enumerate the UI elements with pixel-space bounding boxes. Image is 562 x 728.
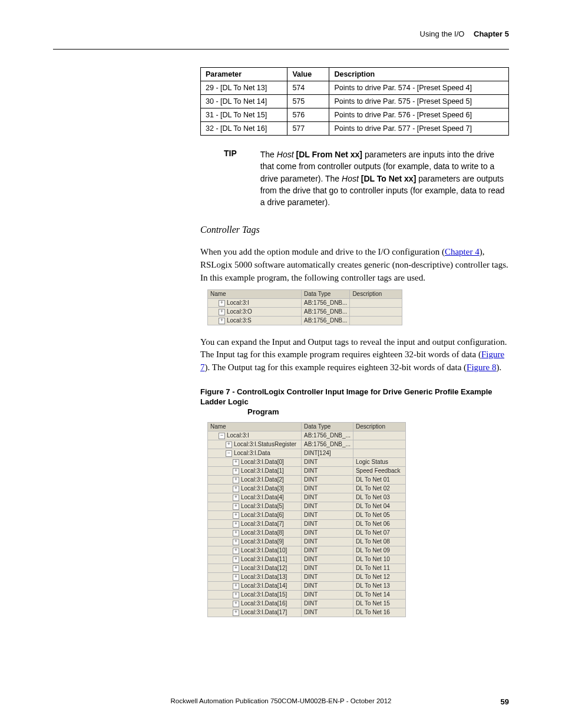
description-cell: DL To Net 14 [353,590,405,599]
description-cell [353,431,405,440]
expand-icon[interactable]: + [219,309,225,315]
data-type-cell: AB:1756_DNB... [302,316,350,325]
name-cell: +Local:3:I.Data[11] [208,555,302,564]
expand-icon[interactable]: + [233,601,239,607]
name-cell: +Local:3:I.Data[0] [208,457,302,466]
description-cell: DL To Net 02 [353,484,405,493]
expand-icon[interactable]: + [233,503,239,510]
description-cell [350,307,402,316]
expand-icon[interactable]: + [233,574,239,581]
expand-icon[interactable]: + [233,495,239,501]
name-cell: +Local:3:O [208,307,302,316]
data-type-cell: DINT [302,564,353,572]
tip-block: TIP The Host [DL From Net xx] parameters… [224,149,509,208]
name-cell: +Local:3:I.Data[8] [208,528,302,537]
tags-h2: Description [350,289,402,298]
table-row: −Local:3:I.DataDINT[124] [208,449,406,457]
table-row: +Local:3:SAB:1756_DNB... [208,316,402,325]
figure7-caption: Figure 7 - ControlLogix Controller Input… [200,387,509,417]
name-cell: +Local:3:I.Data[3] [208,484,302,493]
description-cell: DL To Net 13 [353,581,405,590]
table-row: +Local:3:I.Data[1]DINTSpeed Feedback [208,466,406,475]
tag-name: Local:3:I.Data[13] [241,574,287,580]
tag-name: Local:3:I.Data[6] [241,512,284,518]
table-row: +Local:3:OAB:1756_DNB... [208,307,402,316]
expand-icon[interactable]: + [233,486,239,492]
cell: 31 - [DL To Net 15] [201,108,287,122]
data-type-cell: DINT [302,581,353,590]
table-row: +Local:3:I.Data[2]DINTDL To Net 01 [208,475,406,484]
name-cell: +Local:3:I.Data[17] [208,608,302,617]
paramtable-h0: Parameter [201,68,287,81]
cell: 574 [287,81,329,95]
expand-icon[interactable]: + [233,477,239,483]
tag-name: Local:3:I.Data[15] [241,591,287,598]
description-cell [353,449,405,457]
expand-icon[interactable]: + [219,300,225,307]
name-cell: +Local:3:I.Data[5] [208,502,302,510]
tag-name: Local:3:O [227,308,252,315]
name-cell: +Local:3:I.Data[10] [208,546,302,555]
expand-icon[interactable]: + [233,512,239,519]
cell: Points to drive Par. 575 - [Preset Speed… [329,95,509,108]
expand-icon[interactable]: + [233,548,239,554]
expand-icon[interactable]: + [219,318,225,324]
description-cell [350,298,402,307]
data-type-cell: DINT [302,493,353,502]
description-cell: DL To Net 07 [353,528,405,537]
name-cell: +Local:3:I.Data[9] [208,537,302,546]
p2-a: You can expand the Input and Output tags… [200,337,507,360]
data-type-cell: DINT [302,484,353,493]
page-header: Using the I/O Chapter 5 [53,29,509,38]
expand-icon[interactable]: + [226,442,232,448]
name-cell: +Local:3:I.Data[4] [208,493,302,502]
paramtable-h2: Description [329,68,509,81]
tag-name: Local:3:I.Data[7] [241,521,284,527]
expand-icon[interactable]: + [233,556,239,563]
expand-icon[interactable]: + [233,521,239,528]
link-figure8[interactable]: Figure 8 [467,363,496,372]
expand-icon[interactable]: + [233,530,239,536]
p2-b: ). The Output tag for this example requi… [205,363,467,372]
data-type-cell: DINT [302,546,353,555]
footer-page-number: 59 [501,697,509,706]
tag-name: Local:3:S [227,317,252,324]
data-type-cell: DINT [302,608,353,617]
table-row: +Local:3:I.Data[10]DINTDL To Net 09 [208,546,406,555]
expand-icon[interactable]: + [233,592,239,598]
expand-icon[interactable]: + [233,583,239,589]
table-row: 32 - [DL To Net 16]577Points to drive Pa… [201,122,509,136]
fig7-h2: Description [353,422,405,431]
data-type-cell: DINT [302,502,353,510]
table-row: −Local:3:IAB:1756_DNB_... [208,431,406,440]
link-chapter4[interactable]: Chapter 4 [445,247,480,256]
name-cell: +Local:3:I.Data[1] [208,466,302,475]
data-type-cell: AB:1756_DNB_... [302,431,353,440]
description-cell: DL To Net 06 [353,519,405,528]
tag-name: Local:3:I.Data[11] [241,556,287,562]
table-row: +Local:3:I.Data[8]DINTDL To Net 07 [208,528,406,537]
collapse-icon[interactable]: − [226,450,232,457]
tag-name: Local:3:I.Data[16] [241,600,287,607]
data-type-cell: DINT [302,555,353,564]
expand-icon[interactable]: + [233,459,239,466]
name-cell: +Local:3:I.Data[7] [208,519,302,528]
expand-icon[interactable]: + [233,468,239,475]
description-cell [350,316,402,325]
table-row: +Local:3:I.Data[7]DINTDL To Net 06 [208,519,406,528]
data-type-cell: DINT [302,537,353,546]
tip-host1: Host [277,150,294,159]
name-cell: −Local:3:I [208,431,302,440]
expand-icon[interactable]: + [233,610,239,616]
table-row: +Local:3:I.Data[14]DINTDL To Net 13 [208,581,406,590]
figure7-caption-line1: Figure 7 - ControlLogix Controller Input… [200,387,492,406]
figure7-table: Name Data Type Description −Local:3:IAB:… [207,422,406,617]
description-cell [353,440,405,449]
expand-icon[interactable]: + [233,565,239,572]
tip-t1: The [260,150,277,159]
expand-icon[interactable]: + [233,539,239,545]
collapse-icon[interactable]: − [219,433,225,439]
table-row: +Local:3:I.Data[9]DINTDL To Net 08 [208,537,406,546]
data-type-cell: DINT [302,528,353,537]
description-cell: DL To Net 16 [353,608,405,617]
